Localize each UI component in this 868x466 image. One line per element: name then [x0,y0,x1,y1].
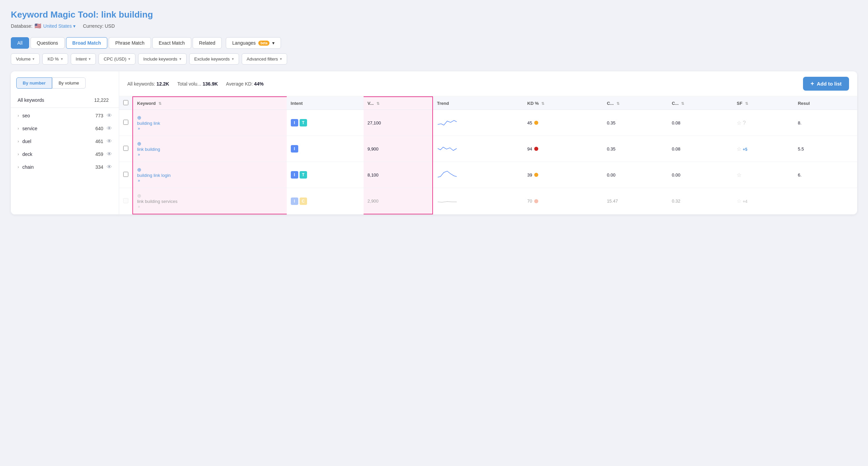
filter-kd[interactable]: KD % ▾ [42,53,68,65]
col-header-c1: C... ⇅ [603,97,668,110]
sidebar-item-service[interactable]: › service 640 👁 [11,122,119,135]
sidebar-divider [11,108,119,108]
sort-icon[interactable]: ⇅ [158,101,161,106]
sidebar-item-chain[interactable]: › chain 334 👁 [11,161,119,173]
col-header-trend: Trend [433,97,523,110]
eye-icon[interactable]: 👁 [107,164,112,170]
chevron-right-icon: › [18,126,19,131]
sf-cell: ☆ +4 [733,188,794,214]
star-icon[interactable]: ☆ [737,146,741,152]
trend-sparkline [437,118,457,127]
expand-arrows-icon[interactable]: » [138,152,140,157]
sidebar-item-seo[interactable]: › seo 773 👁 [11,109,119,122]
star-icon[interactable]: ☆ [737,120,741,126]
row-checkbox[interactable] [123,146,128,151]
c2-cell: 0.08 [668,110,733,136]
sidebar-item-duel[interactable]: › duel 461 👁 [11,135,119,148]
kd-dot [534,121,538,125]
page-header: Keyword Magic Tool: link building Databa… [11,9,857,29]
eye-icon[interactable]: 👁 [107,151,112,157]
results-cell: 8. [794,110,857,136]
star-icon[interactable]: ☆ [737,172,741,178]
filter-advanced[interactable]: Advanced filters ▾ [242,53,287,65]
tab-broad-match[interactable]: Broad Match [66,37,108,49]
c1-cell: 0.35 [603,110,668,136]
intent-badge-i: I [291,119,298,126]
chevron-down-icon: ▾ [280,57,282,61]
tab-related[interactable]: Related [193,37,222,49]
col-header-results: Resul [794,97,857,110]
kd-cell: 45 [523,110,603,136]
filter-intent[interactable]: Intent ▾ [71,53,96,65]
results-cell [794,188,857,214]
chevron-right-icon: › [18,152,19,157]
expand-arrows-icon[interactable]: » [138,178,140,183]
col-header-intent: Intent [287,97,364,110]
sort-icon[interactable]: ⇅ [681,101,684,106]
tab-languages[interactable]: Languages beta ▾ [226,37,281,49]
question-icon: ? [743,120,746,126]
intent-badge-t: T [300,171,307,179]
row-checkbox-cell [119,162,133,188]
sort-icon[interactable]: ⇅ [541,101,544,106]
trend-sparkline [437,170,457,179]
toggle-by-volume[interactable]: By volume [52,77,86,89]
volume-cell: 27,100 [364,110,433,136]
eye-icon[interactable]: 👁 [107,125,112,132]
c1-cell: 15.47 [603,188,668,214]
filter-volume[interactable]: Volume ▾ [11,53,40,65]
add-keyword-icon[interactable]: ⊕ [137,115,142,120]
keyword-link[interactable]: building link login [137,173,283,178]
eye-icon[interactable]: 👁 [107,138,112,144]
row-checkbox-cell [119,110,133,136]
intent-cell: I T [287,162,364,188]
chevron-down-icon: ▾ [128,57,130,61]
table-header-bar: All keywords: 12.2K Total volu... 136.9K… [119,71,857,96]
intent-badges: I [291,145,360,153]
sidebar: By number By volume All keywords 12,222 … [11,71,119,214]
sidebar-item-deck[interactable]: › deck 459 👁 [11,148,119,161]
sidebar-item-all-keywords[interactable]: All keywords 12,222 [11,94,119,106]
tab-all[interactable]: All [11,37,29,49]
page-subtitle: Database: 🇺🇸 United States ▾ Currency: U… [11,23,857,29]
plus-icon: + [810,80,814,87]
intent-cell: I C [287,188,364,214]
eye-icon[interactable]: 👁 [107,113,112,119]
intent-badges: I C [291,197,360,205]
filter-exclude[interactable]: Exclude keywords ▾ [189,53,239,65]
tab-exact-match[interactable]: Exact Match [152,37,191,49]
col-header-keyword: Keyword ⇅ [133,97,287,110]
add-to-list-button[interactable]: + Add to list [803,77,849,91]
c2-cell: 0.00 [668,162,733,188]
tab-questions[interactable]: Questions [30,37,65,49]
results-cell: 6. [794,162,857,188]
sort-icon[interactable]: ⇅ [616,101,620,106]
table-row: ⊕ link building services » I C 2,900 [119,188,857,214]
sidebar-toggle-bar: By number By volume [11,77,119,94]
filter-cpc[interactable]: CPC (USD) ▾ [99,53,135,65]
sort-icon[interactable]: ⇅ [745,101,748,106]
country-selector[interactable]: United States ▾ [43,23,75,29]
intent-badge-i: I [291,197,298,205]
intent-badge-c: C [300,197,307,205]
toggle-by-number[interactable]: By number [16,77,52,89]
tab-phrase-match[interactable]: Phrase Match [109,37,151,49]
row-checkbox-cell [119,188,133,214]
table-row: ⊕ building link login » I T 8,100 [119,162,857,188]
expand-arrows-icon[interactable]: » [138,126,140,131]
add-keyword-icon[interactable]: ⊕ [137,141,142,146]
row-checkbox[interactable] [123,120,128,125]
add-keyword-icon[interactable]: ⊕ [137,167,142,172]
intent-cell: I [287,136,364,162]
select-all-checkbox[interactable] [123,100,128,105]
keyword-link[interactable]: link building [137,147,283,152]
intent-badges: I T [291,119,360,126]
keyword-link[interactable]: building link [137,121,283,126]
row-checkbox[interactable] [123,172,128,177]
results-cell: 5.5 [794,136,857,162]
trend-sparkline [437,196,457,205]
sort-icon[interactable]: ⇅ [376,101,379,106]
filter-include[interactable]: Include keywords ▾ [138,53,186,65]
row-checkbox[interactable] [123,198,128,203]
kd-dot [534,147,538,151]
